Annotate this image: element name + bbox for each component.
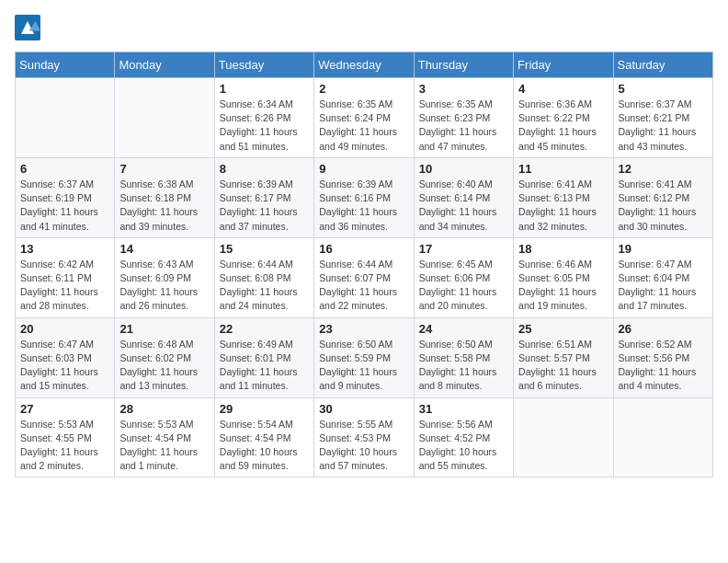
day-info: Sunrise: 6:39 AM Sunset: 6:16 PM Dayligh…	[319, 178, 408, 234]
calendar-cell: 20Sunrise: 6:47 AM Sunset: 6:03 PM Dayli…	[16, 317, 115, 397]
calendar-cell	[514, 397, 613, 477]
day-number: 17	[419, 242, 508, 256]
calendar-cell: 12Sunrise: 6:41 AM Sunset: 6:12 PM Dayli…	[613, 157, 712, 237]
calendar-header-row: SundayMondayTuesdayWednesdayThursdayFrid…	[16, 52, 713, 78]
day-info: Sunrise: 6:51 AM Sunset: 5:57 PM Dayligh…	[518, 338, 608, 394]
calendar-cell: 11Sunrise: 6:41 AM Sunset: 6:13 PM Dayli…	[514, 157, 613, 237]
day-number: 21	[119, 322, 209, 336]
day-info: Sunrise: 6:46 AM Sunset: 6:05 PM Dayligh…	[518, 258, 608, 314]
calendar-cell: 28Sunrise: 5:53 AM Sunset: 4:54 PM Dayli…	[115, 397, 214, 477]
calendar-cell: 23Sunrise: 6:50 AM Sunset: 5:59 PM Dayli…	[314, 317, 414, 397]
day-info: Sunrise: 6:36 AM Sunset: 6:22 PM Dayligh…	[518, 98, 608, 154]
calendar-week-row: 6Sunrise: 6:37 AM Sunset: 6:19 PM Daylig…	[16, 157, 713, 237]
day-number: 22	[220, 322, 309, 336]
day-info: Sunrise: 6:47 AM Sunset: 6:03 PM Dayligh…	[20, 338, 109, 394]
day-number: 27	[20, 402, 109, 416]
day-info: Sunrise: 6:40 AM Sunset: 6:14 PM Dayligh…	[419, 178, 508, 234]
day-info: Sunrise: 6:52 AM Sunset: 5:56 PM Dayligh…	[619, 338, 708, 394]
day-number: 25	[518, 322, 608, 336]
calendar-cell: 5Sunrise: 6:37 AM Sunset: 6:21 PM Daylig…	[613, 78, 712, 158]
calendar-cell: 25Sunrise: 6:51 AM Sunset: 5:57 PM Dayli…	[514, 317, 613, 397]
day-number: 18	[518, 242, 608, 256]
calendar-cell: 24Sunrise: 6:50 AM Sunset: 5:58 PM Dayli…	[414, 317, 513, 397]
calendar-cell: 31Sunrise: 5:56 AM Sunset: 4:52 PM Dayli…	[414, 397, 513, 477]
calendar-cell: 22Sunrise: 6:49 AM Sunset: 6:01 PM Dayli…	[214, 317, 313, 397]
day-info: Sunrise: 5:56 AM Sunset: 4:52 PM Dayligh…	[419, 418, 508, 474]
day-info: Sunrise: 6:50 AM Sunset: 5:59 PM Dayligh…	[319, 338, 408, 394]
day-number: 2	[319, 82, 408, 96]
calendar-cell: 18Sunrise: 6:46 AM Sunset: 6:05 PM Dayli…	[514, 237, 613, 317]
calendar-cell: 9Sunrise: 6:39 AM Sunset: 6:16 PM Daylig…	[314, 157, 414, 237]
day-number: 24	[419, 322, 508, 336]
calendar-week-row: 20Sunrise: 6:47 AM Sunset: 6:03 PM Dayli…	[16, 317, 713, 397]
calendar-cell: 16Sunrise: 6:44 AM Sunset: 6:07 PM Dayli…	[314, 237, 414, 317]
day-info: Sunrise: 6:44 AM Sunset: 6:07 PM Dayligh…	[319, 258, 408, 314]
day-info: Sunrise: 6:38 AM Sunset: 6:18 PM Dayligh…	[119, 178, 209, 234]
day-of-week-header: Thursday	[414, 52, 513, 78]
day-of-week-header: Sunday	[16, 52, 115, 78]
day-info: Sunrise: 6:50 AM Sunset: 5:58 PM Dayligh…	[419, 338, 508, 394]
day-number: 9	[319, 162, 408, 176]
day-number: 10	[419, 162, 508, 176]
calendar-cell: 6Sunrise: 6:37 AM Sunset: 6:19 PM Daylig…	[16, 157, 115, 237]
day-number: 19	[619, 242, 708, 256]
calendar-cell: 2Sunrise: 6:35 AM Sunset: 6:24 PM Daylig…	[314, 78, 414, 158]
day-number: 13	[20, 242, 109, 256]
calendar-cell: 26Sunrise: 6:52 AM Sunset: 5:56 PM Dayli…	[613, 317, 712, 397]
day-number: 20	[20, 322, 109, 336]
day-info: Sunrise: 6:42 AM Sunset: 6:11 PM Dayligh…	[20, 258, 109, 314]
calendar-cell: 27Sunrise: 5:53 AM Sunset: 4:55 PM Dayli…	[16, 397, 115, 477]
day-number: 28	[119, 402, 209, 416]
day-info: Sunrise: 6:47 AM Sunset: 6:04 PM Dayligh…	[619, 258, 708, 314]
day-of-week-header: Wednesday	[314, 52, 414, 78]
calendar-cell: 14Sunrise: 6:43 AM Sunset: 6:09 PM Dayli…	[115, 237, 214, 317]
calendar-cell: 15Sunrise: 6:44 AM Sunset: 6:08 PM Dayli…	[214, 237, 313, 317]
day-info: Sunrise: 6:49 AM Sunset: 6:01 PM Dayligh…	[220, 338, 309, 394]
day-number: 8	[220, 162, 309, 176]
day-number: 31	[419, 402, 508, 416]
day-info: Sunrise: 6:43 AM Sunset: 6:09 PM Dayligh…	[119, 258, 209, 314]
day-number: 16	[319, 242, 408, 256]
day-number: 23	[319, 322, 408, 336]
day-info: Sunrise: 6:34 AM Sunset: 6:26 PM Dayligh…	[220, 98, 309, 154]
day-number: 3	[419, 82, 508, 96]
day-number: 6	[20, 162, 109, 176]
page-header	[15, 15, 713, 40]
calendar-cell: 30Sunrise: 5:55 AM Sunset: 4:53 PM Dayli…	[314, 397, 414, 477]
day-info: Sunrise: 5:54 AM Sunset: 4:54 PM Dayligh…	[220, 418, 309, 474]
day-info: Sunrise: 6:37 AM Sunset: 6:19 PM Dayligh…	[20, 178, 109, 234]
day-info: Sunrise: 5:55 AM Sunset: 4:53 PM Dayligh…	[319, 418, 408, 474]
day-number: 4	[518, 82, 608, 96]
day-info: Sunrise: 6:41 AM Sunset: 6:13 PM Dayligh…	[518, 178, 608, 234]
day-number: 12	[619, 162, 708, 176]
day-info: Sunrise: 5:53 AM Sunset: 4:55 PM Dayligh…	[20, 418, 109, 474]
calendar-week-row: 13Sunrise: 6:42 AM Sunset: 6:11 PM Dayli…	[16, 237, 713, 317]
calendar-cell: 10Sunrise: 6:40 AM Sunset: 6:14 PM Dayli…	[414, 157, 513, 237]
logo	[15, 15, 42, 40]
day-of-week-header: Monday	[115, 52, 214, 78]
calendar-cell: 29Sunrise: 5:54 AM Sunset: 4:54 PM Dayli…	[214, 397, 313, 477]
calendar-week-row: 1Sunrise: 6:34 AM Sunset: 6:26 PM Daylig…	[16, 78, 713, 158]
calendar-cell: 3Sunrise: 6:35 AM Sunset: 6:23 PM Daylig…	[414, 78, 513, 158]
day-info: Sunrise: 6:35 AM Sunset: 6:23 PM Dayligh…	[419, 98, 508, 154]
calendar-cell: 1Sunrise: 6:34 AM Sunset: 6:26 PM Daylig…	[214, 78, 313, 158]
calendar-cell	[16, 78, 115, 158]
day-number: 7	[119, 162, 209, 176]
day-info: Sunrise: 6:39 AM Sunset: 6:17 PM Dayligh…	[220, 178, 309, 234]
day-of-week-header: Friday	[514, 52, 613, 78]
calendar-table: SundayMondayTuesdayWednesdayThursdayFrid…	[15, 52, 713, 477]
logo-icon	[15, 15, 40, 40]
calendar-cell	[613, 397, 712, 477]
day-info: Sunrise: 6:48 AM Sunset: 6:02 PM Dayligh…	[119, 338, 209, 394]
calendar-week-row: 27Sunrise: 5:53 AM Sunset: 4:55 PM Dayli…	[16, 397, 713, 477]
day-info: Sunrise: 6:37 AM Sunset: 6:21 PM Dayligh…	[619, 98, 708, 154]
day-of-week-header: Tuesday	[214, 52, 313, 78]
day-of-week-header: Saturday	[613, 52, 712, 78]
day-number: 11	[518, 162, 608, 176]
day-number: 26	[619, 322, 708, 336]
calendar-cell: 13Sunrise: 6:42 AM Sunset: 6:11 PM Dayli…	[16, 237, 115, 317]
day-number: 1	[220, 82, 309, 96]
calendar-cell: 8Sunrise: 6:39 AM Sunset: 6:17 PM Daylig…	[214, 157, 313, 237]
calendar-cell: 4Sunrise: 6:36 AM Sunset: 6:22 PM Daylig…	[514, 78, 613, 158]
day-info: Sunrise: 5:53 AM Sunset: 4:54 PM Dayligh…	[119, 418, 209, 474]
